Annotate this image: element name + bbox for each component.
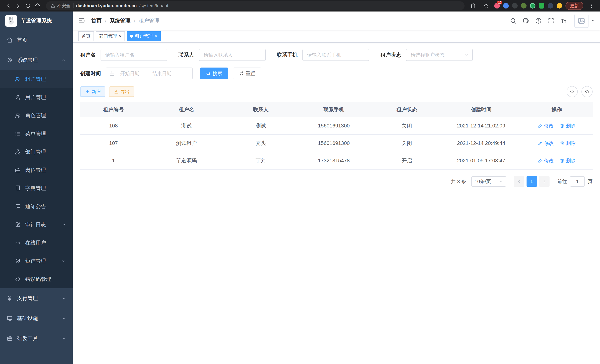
user-menu[interactable] <box>574 14 594 28</box>
extension-icon[interactable] <box>530 3 535 9</box>
sidebar-item-online-user[interactable]: 在线用户 <box>0 234 73 252</box>
browser-actions: 10 更新 <box>468 1 596 10</box>
fullscreen-icon[interactable] <box>548 18 554 24</box>
extension-icon[interactable] <box>539 3 544 9</box>
sidebar-item-infra[interactable]: 基础设施 <box>0 308 73 328</box>
toggle-search-button[interactable] <box>567 86 578 97</box>
reset-button[interactable]: 重置 <box>233 67 261 79</box>
sidebar-item-menu[interactable]: 菜单管理 <box>0 125 73 143</box>
sidebar-item-system[interactable]: 系统管理 <box>0 50 73 70</box>
sidebar-item-devtools[interactable]: 研发工具 <box>0 328 73 348</box>
refresh-table-button[interactable] <box>581 86 593 97</box>
collapse-sidebar-icon[interactable] <box>78 17 85 24</box>
create-time-range-picker[interactable]: - <box>106 67 193 79</box>
browser-home-button[interactable] <box>33 1 42 10</box>
close-icon[interactable]: × <box>155 34 157 38</box>
status-label: 租户状态 <box>380 51 401 58</box>
tags-view: 首页 部门管理 × 租户管理 × <box>73 30 600 43</box>
tag-dept[interactable]: 部门管理 × <box>96 31 125 41</box>
export-button[interactable]: 导出 <box>109 86 134 97</box>
goto-page-input[interactable] <box>570 176 585 187</box>
sidebar-item-notice[interactable]: 通知公告 <box>0 197 73 215</box>
end-date-input[interactable] <box>148 71 176 76</box>
col-contact: 联系人 <box>226 102 295 117</box>
start-date-input[interactable] <box>116 71 144 76</box>
menu-label: 短信管理 <box>25 258 46 265</box>
sidebar-item-error-code[interactable]: 错误码管理 <box>0 270 73 288</box>
header-search-icon[interactable] <box>510 18 516 24</box>
tag-home[interactable]: 首页 <box>78 31 94 41</box>
extension-icon[interactable] <box>503 3 509 9</box>
chevron-down-icon <box>62 259 66 263</box>
close-icon[interactable]: × <box>119 34 122 38</box>
rabbit-icon <box>6 16 16 26</box>
top-navbar: 首页 / 系统管理 / 租户管理 <box>73 11 600 30</box>
github-icon[interactable] <box>523 18 529 24</box>
menu-label: 租户管理 <box>25 76 46 83</box>
share-button[interactable] <box>468 1 478 10</box>
breadcrumb-system[interactable]: 系统管理 <box>110 17 131 24</box>
sidebar-item-post[interactable]: 岗位管理 <box>0 161 73 179</box>
browser-back-button[interactable] <box>4 1 13 10</box>
next-page-button[interactable] <box>539 176 550 187</box>
create-time-label: 创建时间 <box>80 70 101 77</box>
extension-icon[interactable] <box>548 3 553 9</box>
list-icon <box>15 131 21 137</box>
refresh-icon <box>239 71 244 76</box>
share-icon <box>470 3 476 9</box>
delete-link[interactable]: 删除 <box>560 158 576 164</box>
edit-link[interactable]: 修改 <box>538 158 554 164</box>
sidebar-item-sms[interactable]: 短信管理 <box>0 252 73 270</box>
security-indicator[interactable]: 不安全 <box>50 3 71 9</box>
page-1-button[interactable]: 1 <box>526 176 537 187</box>
page-size-select[interactable]: 10条/页 <box>471 176 506 187</box>
extension-icon[interactable] <box>512 3 518 9</box>
back-icon <box>6 3 11 9</box>
browser-forward-button[interactable] <box>13 1 23 10</box>
browser-update-button[interactable]: 更新 <box>565 2 583 10</box>
sidebar-item-user[interactable]: 用户管理 <box>0 88 73 106</box>
chevron-down-icon <box>499 179 503 184</box>
breadcrumb-separator: / <box>105 18 106 24</box>
menu-label: 岗位管理 <box>25 167 46 174</box>
tag-tenant[interactable]: 租户管理 × <box>127 31 161 41</box>
delete-link[interactable]: 删除 <box>560 140 576 147</box>
sidebar-item-dict[interactable]: 字典管理 <box>0 179 73 197</box>
edit-link[interactable]: 修改 <box>538 123 554 129</box>
chevron-down-icon <box>62 296 66 300</box>
goto-label: 前往 <box>557 178 567 185</box>
extension-icon[interactable] <box>521 3 526 9</box>
address-bar[interactable]: 不安全 dashboard.yudao.iocoder.cn/system/te… <box>46 1 465 10</box>
breadcrumb-home[interactable]: 首页 <box>91 17 102 24</box>
table-row: 1 芋道源码 芋艿 17321315478 开启 2021-01-05 17:0… <box>80 152 593 169</box>
cell-tenant-name: 测试 <box>147 117 226 134</box>
sidebar-item-dept[interactable]: 部门管理 <box>0 143 73 161</box>
prev-page-button[interactable] <box>514 176 524 187</box>
sidebar-item-payment[interactable]: 支付管理 <box>0 288 73 308</box>
sidebar-item-home[interactable]: 首页 <box>0 30 73 50</box>
menu-label: 角色管理 <box>25 112 46 119</box>
bookmark-button[interactable] <box>481 1 491 10</box>
app-logo[interactable]: 芋道管理系统 <box>0 11 73 30</box>
cell-mobile: 17321315478 <box>295 152 372 169</box>
help-icon[interactable] <box>535 18 542 24</box>
search-button[interactable]: 搜索 <box>200 67 228 79</box>
tenant-name-input[interactable] <box>101 49 167 61</box>
browser-reload-button[interactable] <box>23 1 33 10</box>
extension-1[interactable]: 10 <box>494 3 500 9</box>
sidebar-item-role[interactable]: 角色管理 <box>0 106 73 125</box>
sidebar-item-audit-log[interactable]: 审计日志 <box>0 215 73 234</box>
calendar-icon <box>110 71 115 76</box>
extension-icon[interactable] <box>557 3 562 9</box>
delete-link[interactable]: 删除 <box>560 123 576 129</box>
tenant-status-select[interactable]: 请选择租户状态 <box>406 49 473 61</box>
add-button[interactable]: 新增 <box>80 86 105 97</box>
page-content: 租户名 联系人 联系手机 租户状态 请选择租户状态 <box>73 43 600 364</box>
mobile-input[interactable] <box>302 49 369 61</box>
font-size-icon[interactable] <box>560 18 567 24</box>
browser-menu-button[interactable] <box>587 1 596 10</box>
edit-link[interactable]: 修改 <box>538 140 554 147</box>
chevron-left-icon <box>517 179 521 184</box>
sidebar-item-tenant[interactable]: 租户管理 <box>0 70 73 88</box>
contact-input[interactable] <box>199 49 266 61</box>
